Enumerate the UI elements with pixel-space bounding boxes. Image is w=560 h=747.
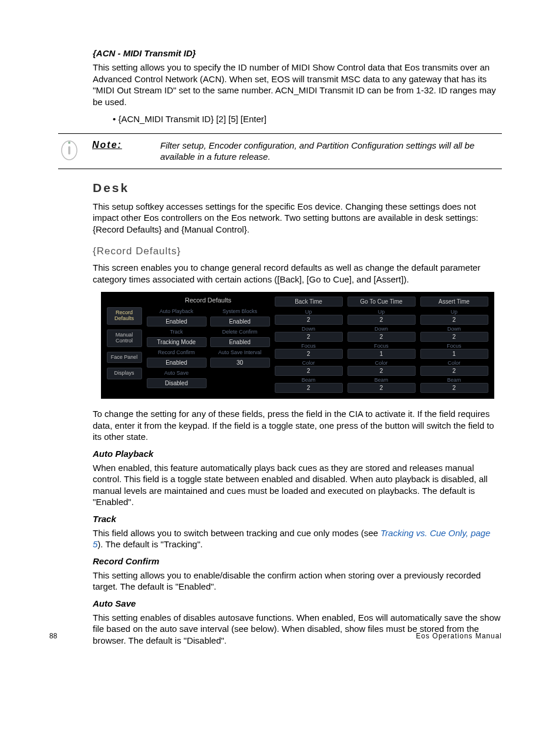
heading-acn-midi: {ACN - MIDI Transmit ID} xyxy=(93,48,502,58)
time-value[interactable]: 2 xyxy=(420,383,488,393)
time-value[interactable]: 1 xyxy=(348,349,416,359)
setting-value[interactable]: Enabled xyxy=(147,317,207,327)
time-value[interactable]: 2 xyxy=(275,315,343,325)
para-desk: This setup softkey accesses settings for… xyxy=(93,201,502,235)
col-back-time: Back Time xyxy=(275,297,343,307)
tab-displays[interactable]: Displays xyxy=(107,368,142,379)
setting-label: Auto Save Interval xyxy=(210,348,270,356)
time-value[interactable]: 2 xyxy=(420,366,488,376)
col-go-to-cue-time: Go To Cue Time xyxy=(348,297,416,307)
time-label: Up xyxy=(275,309,343,315)
info-icon xyxy=(58,136,80,162)
time-label: Down xyxy=(275,326,343,332)
time-label: Up xyxy=(348,309,416,315)
para-acn-midi: This setting allows you to specify the I… xyxy=(93,62,502,107)
time-label: Beam xyxy=(275,377,343,383)
setting-label: Track xyxy=(147,328,207,336)
time-label: Up xyxy=(420,309,488,315)
time-label: Beam xyxy=(420,377,488,383)
time-value[interactable]: 2 xyxy=(348,383,416,393)
page-number: 88 xyxy=(49,632,57,640)
time-value[interactable]: 2 xyxy=(275,332,343,342)
heading-record-confirm: Record Confirm xyxy=(93,556,502,566)
time-value[interactable]: 2 xyxy=(348,315,416,325)
svg-rect-2 xyxy=(68,146,70,154)
para-auto-playback: When enabled, this feature automatically… xyxy=(93,462,502,508)
time-value[interactable]: 2 xyxy=(348,366,416,376)
heading-desk: Desk xyxy=(93,181,502,195)
setting-value[interactable]: Enabled xyxy=(147,358,207,368)
setting-value[interactable]: Enabled xyxy=(210,317,270,327)
setting-value[interactable]: Tracking Mode xyxy=(147,337,207,347)
time-value[interactable]: 2 xyxy=(420,332,488,342)
para-track-2: ). The default is "Tracking". xyxy=(97,539,203,549)
heading-auto-playback: Auto Playback xyxy=(93,449,502,459)
time-label: Color xyxy=(420,360,488,366)
time-value[interactable]: 2 xyxy=(348,332,416,342)
para-track: This field allows you to switch between … xyxy=(93,527,502,550)
para-auto-save: This setting enables of disables autosav… xyxy=(93,612,502,647)
setting-label: System Blocks xyxy=(210,307,270,315)
para-record-confirm: This setting allows you to enable/disabl… xyxy=(93,570,502,593)
col-assert-time: Assert Time xyxy=(420,297,488,307)
para-record-defaults: This screen enables you to change genera… xyxy=(93,262,502,285)
tab-record-defaults[interactable]: Record Defaults xyxy=(107,307,142,325)
time-label: Down xyxy=(420,326,488,332)
para-after-panel: To change the setting for any of these f… xyxy=(93,408,502,443)
setting-label: Record Confirm xyxy=(147,348,207,356)
bullet-acn-midi: {ACN_MIDI Transmit ID} [2] [5] [Enter] xyxy=(113,113,502,125)
panel-title: Record Defaults xyxy=(147,297,270,307)
time-value[interactable]: 1 xyxy=(420,349,488,359)
para-track-1: This field allows you to switch between … xyxy=(93,528,380,538)
time-label: Beam xyxy=(348,377,416,383)
time-value[interactable]: 2 xyxy=(275,349,343,359)
time-value[interactable]: 2 xyxy=(420,315,488,325)
tab-face-panel[interactable]: Face Panel xyxy=(107,352,142,364)
time-label: Focus xyxy=(420,343,488,349)
heading-auto-save: Auto Save xyxy=(93,598,502,608)
setting-label: Delete Confirm xyxy=(210,328,270,336)
record-defaults-panel: Record Defaults Manual Control Face Pane… xyxy=(101,292,494,399)
time-label: Down xyxy=(348,326,416,332)
setting-value[interactable]: 30 xyxy=(210,358,270,368)
time-value[interactable]: 2 xyxy=(275,366,343,376)
footer-title: Eos Operations Manual xyxy=(416,632,502,640)
note-block: Note: Filter setup, Encoder configuratio… xyxy=(58,133,502,169)
heading-record-defaults: {Record Defaults} xyxy=(93,245,502,257)
setting-label: Auto Save xyxy=(147,369,207,377)
time-label: Focus xyxy=(348,343,416,349)
note-text: Filter setup, Encoder configuration, and… xyxy=(160,140,502,163)
time-label: Focus xyxy=(275,343,343,349)
tab-manual-control[interactable]: Manual Control xyxy=(107,329,142,347)
setting-label xyxy=(210,369,270,377)
setting-label: Auto Playback xyxy=(147,307,207,315)
heading-track: Track xyxy=(93,514,502,524)
note-label: Note: xyxy=(92,140,160,150)
svg-point-1 xyxy=(68,142,70,144)
time-label: Color xyxy=(348,360,416,366)
setting-value[interactable]: Enabled xyxy=(210,337,270,347)
setting-value[interactable]: Disabled xyxy=(147,378,207,388)
time-label: Color xyxy=(275,360,343,366)
time-value[interactable]: 2 xyxy=(275,383,343,393)
